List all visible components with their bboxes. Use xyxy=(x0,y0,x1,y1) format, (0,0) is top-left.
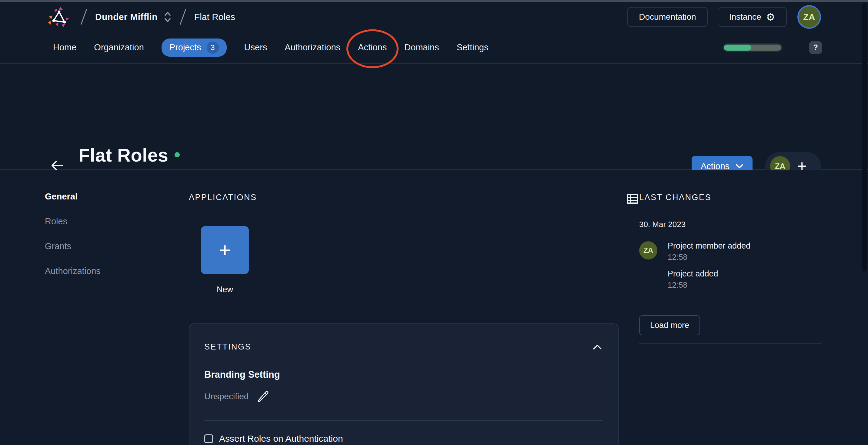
last-changes-panel: LAST CHANGES 30. Mar 2023 ZA Project mem… xyxy=(639,170,822,445)
back-button[interactable] xyxy=(50,159,64,172)
assert-roles-label: Assert Roles on Authentication xyxy=(219,434,343,444)
plus-icon: + xyxy=(219,240,231,260)
chevron-up-icon xyxy=(593,344,602,350)
settings-divider xyxy=(204,420,603,421)
assert-roles-checkbox[interactable] xyxy=(204,435,213,443)
active-status-dot-icon xyxy=(175,152,180,157)
load-more-button[interactable]: Load more xyxy=(639,315,700,335)
org-switcher-icon[interactable] xyxy=(164,11,172,23)
zitadel-logo-icon[interactable] xyxy=(47,6,71,28)
event-title: Project added xyxy=(668,269,750,278)
actions-dropdown-label: Actions xyxy=(701,161,730,171)
event-time: 12:58 xyxy=(668,253,750,262)
nav-item-actions[interactable]: Actions xyxy=(358,42,387,53)
new-application-tile[interactable]: + xyxy=(201,226,249,274)
nav-item-domains[interactable]: Domains xyxy=(404,42,439,53)
page-title: Flat Roles xyxy=(79,146,168,165)
nav-item-organization[interactable]: Organization xyxy=(94,42,144,53)
user-avatar[interactable]: ZA xyxy=(797,5,821,29)
nav-item-users[interactable]: Users xyxy=(244,42,267,53)
event-time: 12:58 xyxy=(668,280,750,290)
settings-card: SETTINGS Branding Setting Unspecified xyxy=(189,323,619,445)
content-area: General Roles Grants Authorizations APPL… xyxy=(0,170,868,445)
edit-branding-button[interactable] xyxy=(256,389,270,404)
breadcrumb-slash-icon xyxy=(81,9,87,25)
collapse-settings-button[interactable] xyxy=(592,343,603,351)
org-nav: Home Organization Projects 3 Users Autho… xyxy=(0,32,868,64)
breadcrumb-slash-icon xyxy=(180,9,186,25)
documentation-button[interactable]: Documentation xyxy=(627,7,707,27)
instance-button[interactable]: Instance ⚙ xyxy=(718,7,787,27)
chevron-down-icon xyxy=(736,164,743,169)
event-title: Project member added xyxy=(668,241,750,251)
last-changes-heading: LAST CHANGES xyxy=(639,193,822,202)
branding-setting-value: Unspecified xyxy=(204,392,249,402)
project-header: Flat Roles Owned Project Actions xyxy=(0,64,868,170)
change-event: Project member added 12:58 xyxy=(668,241,750,262)
nav-item-authorizations[interactable]: Authorizations xyxy=(285,42,340,53)
nav-item-settings[interactable]: Settings xyxy=(457,42,489,53)
sidebar-item-grants[interactable]: Grants xyxy=(45,242,189,251)
projects-count-badge: 3 xyxy=(207,41,219,54)
settings-heading: SETTINGS xyxy=(204,342,251,352)
changes-date: 30. Mar 2023 xyxy=(639,220,822,229)
section-sidebar: General Roles Grants Authorizations xyxy=(45,170,189,445)
breadcrumb-project[interactable]: Flat Roles xyxy=(194,12,235,22)
app-screen: Dunder Mifflin Flat Roles Documentation … xyxy=(0,0,868,445)
sidebar-item-authorizations[interactable]: Authorizations xyxy=(45,267,189,275)
breadcrumb-org[interactable]: Dunder Mifflin xyxy=(95,12,158,22)
gear-icon: ⚙ xyxy=(766,12,775,22)
panel-divider xyxy=(639,344,822,344)
change-event-group: ZA Project member added 12:58 Project ad… xyxy=(639,241,822,290)
quota-progress-bar xyxy=(722,43,782,52)
topbar: Dunder Mifflin Flat Roles Documentation … xyxy=(0,2,868,32)
scrollbar-thumb[interactable] xyxy=(862,3,867,272)
sidebar-item-general[interactable]: General xyxy=(45,192,189,201)
quota-progress-fill xyxy=(724,44,751,51)
branding-setting-label: Branding Setting xyxy=(204,369,603,380)
new-application-label: New xyxy=(201,285,249,294)
nav-item-projects-label: Projects xyxy=(169,42,201,53)
pencil-icon xyxy=(257,390,269,403)
quota-progress-track xyxy=(724,44,781,51)
sidebar-item-roles[interactable]: Roles xyxy=(45,217,189,226)
table-view-icon[interactable] xyxy=(626,193,639,205)
event-avatar: ZA xyxy=(639,241,657,260)
event-avatar-initials: ZA xyxy=(644,246,653,255)
member-avatar-initials: ZA xyxy=(775,161,785,171)
user-avatar-initials: ZA xyxy=(803,12,815,22)
main-column: APPLICATIONS + New SETTINGS xyxy=(189,170,639,445)
help-button[interactable]: ? xyxy=(809,41,822,54)
nav-item-home[interactable]: Home xyxy=(53,42,76,53)
applications-heading: APPLICATIONS xyxy=(189,193,257,202)
nav-item-projects[interactable]: Projects 3 xyxy=(161,38,227,57)
nav-item-actions-label: Actions xyxy=(358,42,387,52)
instance-button-label: Instance xyxy=(729,12,761,22)
window-top-edge xyxy=(0,0,868,2)
change-event: Project added 12:58 xyxy=(668,269,750,290)
topbar-actions: Documentation Instance ⚙ ZA xyxy=(627,5,821,29)
arrow-left-icon xyxy=(50,159,64,172)
